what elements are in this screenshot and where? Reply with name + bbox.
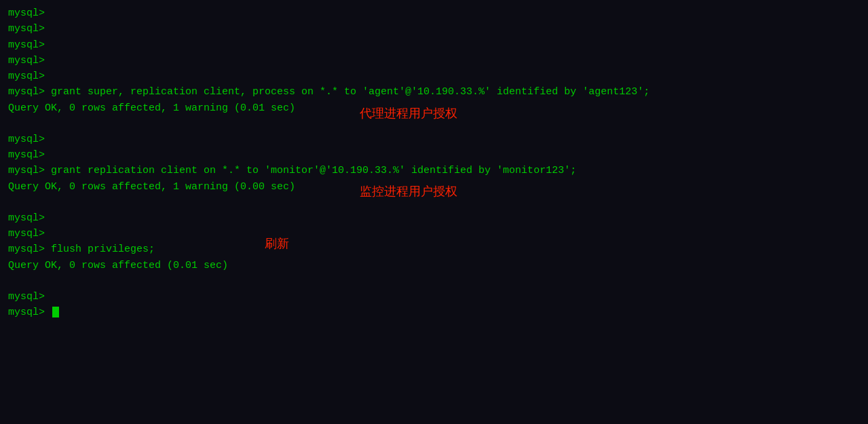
annotation-monitor: 监控进程用户授权 bbox=[360, 183, 457, 199]
terminal: mysql> mysql> mysql> mysql> mysql> mysql… bbox=[0, 0, 868, 424]
line-17: Query OK, 0 rows affected (0.01 sec) bbox=[8, 258, 860, 273]
line-6: mysql> grant super, replication client, … bbox=[8, 84, 860, 100]
line-20: mysql> bbox=[8, 305, 860, 320]
line-15: mysql> bbox=[8, 226, 860, 242]
line-14: mysql> bbox=[8, 210, 860, 226]
line-2: mysql> bbox=[8, 21, 860, 37]
line-19: mysql> bbox=[8, 289, 860, 305]
line-4: mysql> bbox=[8, 53, 860, 69]
line-10: mysql> bbox=[8, 147, 860, 163]
annotation-flush: 刷新 bbox=[265, 235, 289, 252]
line-3: mysql> bbox=[8, 37, 860, 53]
line-5: mysql> bbox=[8, 69, 860, 84]
line-16: mysql> flush privileges; bbox=[8, 242, 860, 257]
cursor bbox=[52, 307, 59, 317]
line-18 bbox=[8, 273, 860, 289]
annotation-agent: 代理进程用户授权 bbox=[360, 105, 457, 121]
line-1: mysql> bbox=[8, 5, 860, 21]
line-9: mysql> bbox=[8, 132, 860, 147]
line-11: mysql> grant replication client on *.* t… bbox=[8, 163, 860, 178]
